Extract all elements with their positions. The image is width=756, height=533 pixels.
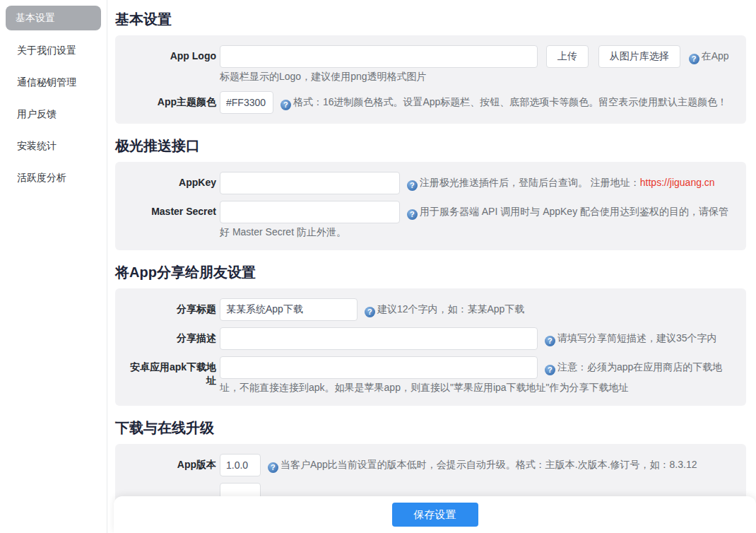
app-version-input[interactable] <box>220 454 261 476</box>
form-row-master-secret: Master Secret ?用于服务器端 API 调用时与 AppKey 配合… <box>126 201 735 240</box>
sidebar-item-activity-analysis[interactable]: 活跃度分析 <box>0 162 107 194</box>
theme-color-input[interactable] <box>220 91 273 114</box>
section-title-share: 将App分享给朋友设置 <box>115 263 746 281</box>
section-title-jpush: 极光推送接口 <box>115 136 746 155</box>
jiguang-register-link[interactable]: https://jiguang.cn <box>640 177 715 188</box>
master-secret-input[interactable] <box>220 201 400 223</box>
section-title-basic: 基本设置 <box>115 10 746 28</box>
form-row-share-desc: 分享描述 ?请填写分享简短描述，建议35个字内 <box>126 327 735 350</box>
form-row-theme-color: App主题颜色 ?格式：16进制颜色格式。设置App标题栏、按钮、底部选项卡等颜… <box>126 91 735 114</box>
section-title-upgrade: 下载与在线升级 <box>115 418 746 437</box>
help-icon: ? <box>268 462 278 473</box>
theme-color-controls: ?格式：16进制颜色格式。设置App标题栏、按钮、底部选项卡等颜色。留空表示使用… <box>220 91 735 114</box>
apk-url-label: 安卓应用apk下载地址 <box>126 356 220 396</box>
share-desc-input[interactable] <box>220 327 538 350</box>
sidebar-item-about-us[interactable]: 关于我们设置 <box>0 35 107 66</box>
master-secret-label: Master Secret <box>126 201 220 240</box>
share-title-help-text: 建议12个字内，如：某某App下载 <box>377 303 524 315</box>
help-icon: ? <box>545 336 555 346</box>
help-icon: ? <box>365 307 375 317</box>
form-row-app-logo: App Logo 上传 从图片库选择 ?在App标题栏显示的Logo，建议使用p… <box>126 45 735 85</box>
appkey-input[interactable] <box>220 172 400 194</box>
section-jpush: 极光推送接口 AppKey ?注册极光推送插件后，登陆后台查询。 注册地址：ht… <box>115 136 746 250</box>
share-desc-label: 分享描述 <box>126 327 220 350</box>
share-desc-help-text: 请填写分享简短描述，建议35个字内 <box>557 332 717 344</box>
app-version-controls: ?当客户App比当前设置的版本低时，会提示自动升级。格式：主版本.次版本.修订号… <box>220 454 735 476</box>
save-settings-button[interactable]: 保存设置 <box>392 503 478 527</box>
share-title-controls: ?建议12个字内，如：某某App下载 <box>220 298 735 321</box>
form-row-appkey: AppKey ?注册极光推送插件后，登陆后台查询。 注册地址：https://j… <box>126 172 735 194</box>
sidebar-item-basic-settings[interactable]: 基本设置 <box>6 6 101 30</box>
main-content: 基本设置 App Logo 上传 从图片库选择 ?在App标题栏显示的Logo，… <box>107 0 756 533</box>
help-icon: ? <box>545 365 555 375</box>
help-icon: ? <box>407 180 418 191</box>
app-version-label: App版本 <box>126 454 220 476</box>
theme-color-label: App主题颜色 <box>126 91 220 114</box>
form-row-apk-url: 安卓应用apk下载地址 ?注意：必须为app在应用商店的下载地址，不能直接连接到… <box>126 356 735 396</box>
form-row-share-title: 分享标题 ?建议12个字内，如：某某App下载 <box>126 298 735 321</box>
app-window: 基本设置 关于我们设置 通信秘钥管理 用户反馈 安装统计 活跃度分析 基本设置 … <box>0 0 756 533</box>
share-desc-controls: ?请填写分享简短描述，建议35个字内 <box>220 327 735 350</box>
share-title-input[interactable] <box>220 298 358 321</box>
card-jpush: AppKey ?注册极光推送插件后，登陆后台查询。 注册地址：https://j… <box>115 162 746 250</box>
share-title-label: 分享标题 <box>126 298 220 321</box>
sidebar-item-install-stats[interactable]: 安装统计 <box>0 130 107 162</box>
sidebar: 基本设置 关于我们设置 通信秘钥管理 用户反馈 安装统计 活跃度分析 <box>0 0 107 533</box>
app-logo-input[interactable] <box>220 45 538 68</box>
section-share-app: 将App分享给朋友设置 分享标题 ?建议12个字内，如：某某App下载 分享描述… <box>115 263 746 406</box>
app-logo-controls: 上传 从图片库选择 ?在App标题栏显示的Logo，建议使用png透明格式图片 <box>220 45 735 85</box>
sidebar-item-user-feedback[interactable]: 用户反馈 <box>0 98 107 130</box>
app-logo-label: App Logo <box>126 45 220 85</box>
appkey-help-text: 注册极光推送插件后，登陆后台查询。 注册地址： <box>420 177 640 188</box>
section-basic-settings: 基本设置 App Logo 上传 从图片库选择 ?在App标题栏显示的Logo，… <box>115 10 746 124</box>
appkey-label: AppKey <box>126 172 220 194</box>
master-secret-controls: ?用于服务器端 API 调用时与 AppKey 配合使用达到鉴权的目的，请保管好… <box>220 201 735 240</box>
form-row-app-version: App版本 ?当客户App比当前设置的版本低时，会提示自动升级。格式：主版本.次… <box>126 454 735 476</box>
upload-button[interactable]: 上传 <box>546 45 589 68</box>
help-icon: ? <box>280 100 291 110</box>
card-share-app: 分享标题 ?建议12个字内，如：某某App下载 分享描述 ?请填写分享简短描述，… <box>115 288 746 406</box>
app-version-help-text: 当客户App比当前设置的版本低时，会提示自动升级。格式：主版本.次版本.修订号，… <box>280 459 697 470</box>
choose-from-gallery-button[interactable]: 从图片库选择 <box>598 45 680 68</box>
theme-color-help-text: 格式：16进制颜色格式。设置App标题栏、按钮、底部选项卡等颜色。留空表示使用默… <box>293 96 727 107</box>
apk-url-controls: ?注意：必须为app在应用商店的下载地址，不能直接连接到apk。如果是苹果app… <box>220 356 735 396</box>
sidebar-item-secret-key[interactable]: 通信秘钥管理 <box>0 66 107 98</box>
help-icon: ? <box>689 54 699 64</box>
apk-url-input[interactable] <box>220 356 538 379</box>
appkey-controls: ?注册极光推送插件后，登陆后台查询。 注册地址：https://jiguang.… <box>220 172 735 194</box>
save-bar: 保存设置 <box>114 496 756 533</box>
help-icon: ? <box>407 209 418 220</box>
card-basic-settings: App Logo 上传 从图片库选择 ?在App标题栏显示的Logo，建议使用p… <box>115 35 746 124</box>
